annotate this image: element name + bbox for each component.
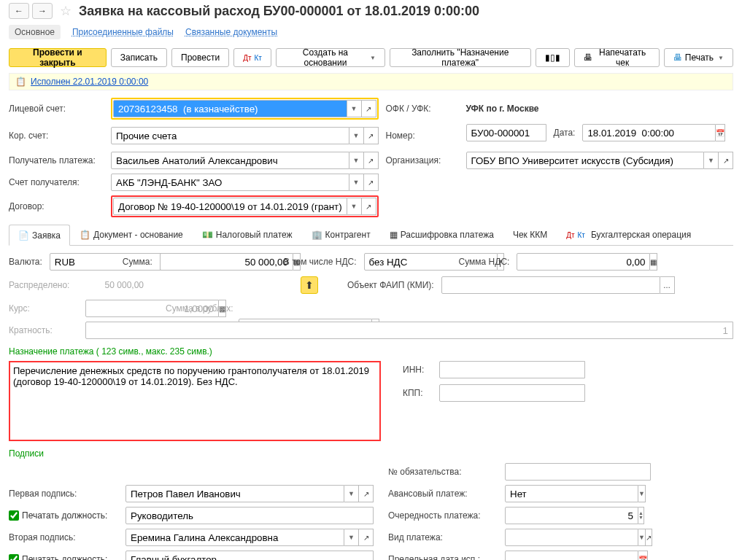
open-button[interactable]: ↗	[362, 100, 376, 117]
dropdown-toggle[interactable]: ▼	[349, 152, 364, 169]
corr-account-label: Кор. счет:	[9, 131, 104, 141]
vat-amount-input[interactable]	[517, 253, 650, 271]
pos1-input[interactable]	[125, 507, 374, 524]
tab-kkm[interactable]: Чек ККМ	[503, 225, 557, 245]
sign2-label: Вторая подпись:	[9, 532, 111, 542]
date-input[interactable]	[582, 124, 716, 141]
spinner[interactable]: ▲▼	[638, 507, 644, 524]
building-icon: 🏢	[312, 230, 322, 240]
inn-input[interactable]	[439, 361, 585, 378]
vat-incl-label: В том числе НДС:	[284, 257, 357, 267]
recipient-acc-input[interactable]	[111, 174, 349, 191]
print-check-button[interactable]: 🖶Напечатать чек	[574, 48, 660, 67]
nav-linked[interactable]: Связанные документы	[185, 27, 277, 37]
obligation-input[interactable]	[505, 463, 651, 481]
barcode-icon: ▮▯▮	[545, 52, 560, 63]
dk-button[interactable]: ДтКт	[233, 48, 271, 67]
personal-account-label: Лицевой счет:	[9, 104, 104, 114]
pos2-input[interactable]	[125, 551, 374, 560]
kpp-input[interactable]	[439, 384, 585, 402]
contract-input[interactable]	[113, 198, 347, 215]
distributed-label: Распределено:	[9, 280, 78, 290]
vat-amount-label: Сумма НДС:	[459, 257, 510, 267]
printer-icon: 🖶	[673, 52, 682, 63]
fill-purpose-button[interactable]: Заполнить "Назначение платежа"	[390, 48, 531, 67]
open-button[interactable]: ↗	[719, 152, 733, 169]
dropdown-toggle[interactable]: ▼	[349, 174, 364, 191]
dropdown-toggle[interactable]: ▼	[347, 198, 362, 215]
tab-accounting[interactable]: ДтКтБухгалтерская операция	[557, 225, 700, 245]
create-based-button[interactable]: Создать на основании▼	[276, 48, 385, 67]
tab-zayavka[interactable]: 📄Заявка	[9, 225, 70, 246]
tab-tax[interactable]: 💵Налоговый платеж	[193, 225, 302, 245]
calendar-icon[interactable]: 📅	[716, 124, 725, 141]
corr-account-input[interactable]	[111, 127, 349, 144]
tab-decode[interactable]: ▦Расшифровка платежа	[380, 225, 503, 245]
doc-icon: 📋	[80, 230, 90, 240]
back-button[interactable]: ←	[9, 3, 29, 19]
ellipsis-button[interactable]: …	[660, 276, 675, 294]
status-icon: 📋	[15, 77, 26, 87]
barcode-button[interactable]: ▮▯▮	[536, 48, 570, 67]
dropdown-toggle[interactable]: ▼	[638, 485, 646, 502]
open-button[interactable]: ↗	[364, 127, 379, 144]
org-input[interactable]	[466, 152, 705, 169]
kpp-label: КПП:	[403, 388, 432, 398]
print-pos2-checkbox[interactable]	[9, 554, 19, 560]
tax-icon: 💵	[202, 230, 213, 240]
recipient-input[interactable]	[111, 152, 349, 169]
personal-account-input[interactable]	[113, 100, 347, 117]
post-close-button[interactable]: Провести и закрыть	[9, 48, 107, 67]
open-button[interactable]: ↗	[646, 529, 652, 546]
print-button[interactable]: 🖶Печать▼	[664, 48, 733, 67]
nav-main[interactable]: Основное	[9, 25, 61, 39]
deadline-input[interactable]	[505, 551, 638, 560]
calc-icon[interactable]: ▦	[650, 253, 657, 271]
open-button[interactable]: ↗	[364, 174, 379, 191]
open-button[interactable]: ↗	[364, 152, 379, 169]
sign2-input[interactable]	[125, 529, 344, 546]
ofk-value: УФК по г. Москве	[466, 104, 734, 114]
purpose-textarea[interactable]	[9, 361, 381, 441]
up-button[interactable]: ⬆	[301, 276, 318, 294]
open-button[interactable]: ↗	[362, 198, 376, 215]
printer-icon: 🖶	[584, 52, 592, 63]
signatures-header: Подписи	[9, 448, 733, 459]
open-button[interactable]: ↗	[359, 529, 374, 546]
currency-label: Валюта:	[9, 257, 42, 267]
faip-input[interactable]	[441, 276, 660, 294]
purpose-header: Назначение платежа ( 123 симв., макс. 23…	[9, 346, 733, 357]
status-link[interactable]: Исполнен 22.01.2019 0:00:00	[31, 77, 148, 87]
advance-select[interactable]	[505, 485, 638, 502]
amount-input[interactable]	[160, 253, 293, 271]
print-pos2-label: Печатать должность:	[22, 554, 107, 560]
priority-input[interactable]	[505, 507, 638, 524]
forward-button[interactable]: →	[32, 3, 53, 19]
dropdown-toggle[interactable]: ▼	[344, 485, 359, 502]
sign1-input[interactable]	[125, 485, 344, 502]
print-pos1-label: Печатать должность:	[22, 510, 107, 521]
number-input[interactable]	[466, 124, 546, 141]
nav-attached[interactable]: Присоединенные файлы	[72, 27, 174, 37]
print-pos1-checkbox[interactable]	[9, 510, 19, 521]
calendar-icon[interactable]: 📅	[638, 551, 648, 560]
dropdown-toggle[interactable]: ▼	[349, 127, 364, 144]
faip-label: Объект ФАИП (КМИ):	[347, 280, 434, 290]
dropdown-toggle[interactable]: ▼	[704, 152, 719, 169]
dropdown-toggle[interactable]: ▼	[347, 100, 362, 117]
save-button[interactable]: Записать	[111, 48, 167, 67]
dropdown-toggle[interactable]: ▼	[344, 529, 359, 546]
contract-label: Договор:	[9, 201, 104, 211]
dropdown-toggle[interactable]: ▼	[638, 529, 646, 546]
pay-type-input[interactable]	[505, 529, 638, 546]
open-button[interactable]: ↗	[359, 485, 374, 502]
priority-label: Очередность платежа:	[388, 510, 490, 521]
tab-document[interactable]: 📋Документ - основание	[70, 225, 193, 245]
post-button[interactable]: Провести	[171, 48, 229, 67]
inn-label: ИНН:	[403, 365, 432, 375]
star-icon[interactable]: ☆	[60, 3, 72, 19]
org-label: Организация:	[386, 155, 459, 166]
page-title: Заявка на кассовый расход БУ00-000001 от…	[79, 4, 479, 19]
multiplicity-label: Кратность:	[9, 325, 78, 335]
tab-counterparty[interactable]: 🏢Контрагент	[302, 225, 380, 245]
